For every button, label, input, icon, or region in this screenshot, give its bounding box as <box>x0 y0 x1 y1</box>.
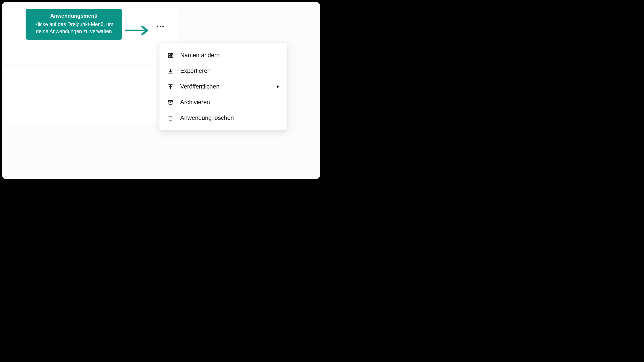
upload-icon <box>168 84 174 90</box>
download-icon <box>168 68 174 74</box>
tooltip-arrow-icon <box>125 25 149 37</box>
menu-item-label: Anwendung löschen <box>180 115 234 121</box>
tooltip: Anwendungsmenü Klicke auf das Dreipunkt-… <box>26 9 122 40</box>
edit-icon <box>168 52 174 59</box>
menu-item-label: Exportieren <box>180 68 210 74</box>
menu-item-label: Veröffentlichen <box>180 83 220 90</box>
menu-item-archive[interactable]: Archivieren <box>160 95 287 110</box>
context-menu: Namen ändern Exportieren <box>159 43 287 130</box>
chevron-right-icon <box>277 85 279 89</box>
tooltip-title: Anwendungsmenü <box>32 13 116 19</box>
svg-rect-2 <box>168 100 173 102</box>
application-row <box>5 67 178 122</box>
archive-icon <box>168 99 174 106</box>
tooltip-body: Klicke auf das Dreipunkt-Menü, um deine … <box>32 21 116 35</box>
menu-item-export[interactable]: Exportieren <box>160 63 287 79</box>
menu-item-label: Archivieren <box>180 99 210 106</box>
menu-item-label: Namen ändern <box>180 52 220 59</box>
menu-item-delete[interactable]: Anwendung löschen <box>160 110 287 126</box>
more-button[interactable] <box>157 26 164 27</box>
canvas: Anwendungsmenü Klicke auf das Dreipunkt-… <box>0 0 322 181</box>
trash-icon <box>168 115 174 121</box>
main-panel: Anwendungsmenü Klicke auf das Dreipunkt-… <box>2 2 320 179</box>
menu-item-publish[interactable]: Veröffentlichen <box>160 79 287 95</box>
more-dots-icon <box>157 26 158 27</box>
menu-item-rename[interactable]: Namen ändern <box>160 48 287 63</box>
